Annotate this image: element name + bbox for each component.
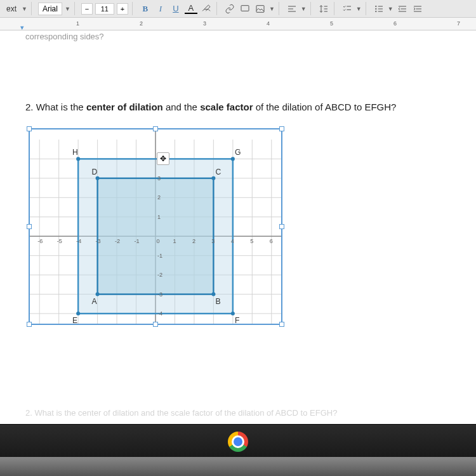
ruler-mark: 4 [267,20,270,27]
svg-text:H: H [72,148,78,157]
svg-text:2: 2 [157,194,161,201]
ruler-mark: 7 [457,20,460,27]
chevron-down-icon[interactable]: ▼ [301,6,307,12]
selection-handle[interactable] [279,126,284,131]
chrome-icon[interactable] [228,432,248,452]
svg-text:-6: -6 [37,238,43,244]
svg-text:-1: -1 [157,253,162,259]
ruler-mark: 3 [203,20,206,27]
graph-image[interactable]: H G D C A B E F -6-5-4-3-2-10123456 4321… [29,128,282,325]
selection-handle[interactable] [153,126,158,131]
selection-handle[interactable] [153,322,158,327]
bold-button[interactable]: B [139,3,152,15]
svg-text:A: A [91,297,97,306]
chevron-down-icon[interactable]: ▼ [65,6,70,12]
coordinate-grid: H G D C A B E F -6-5-4-3-2-10123456 4321… [30,129,281,324]
svg-point-36 [211,293,215,296]
font-select[interactable]: Arial [38,3,62,15]
selection-handle[interactable] [27,126,32,131]
italic-button[interactable]: I [154,3,167,15]
svg-text:0: 0 [157,238,160,244]
svg-point-4 [375,11,376,11]
svg-text:-2: -2 [115,238,120,244]
font-name: Arial [43,4,58,13]
font-size-input[interactable]: 11 [95,3,114,15]
underline-button[interactable]: U [169,3,182,15]
chevron-down-icon[interactable]: ▼ [269,6,275,12]
svg-point-34 [211,176,215,180]
ruler-mark: 2 [140,20,143,27]
chevron-down-icon[interactable]: ▼ [356,6,362,12]
document-content[interactable]: corresponding sides? 2. What is the cent… [0,30,476,424]
bullet-list-icon[interactable] [373,3,385,15]
svg-point-31 [76,312,80,315]
svg-text:-5: -5 [57,238,62,244]
comment-icon[interactable] [239,3,251,15]
svg-text:-3: -3 [157,291,162,298]
svg-point-33 [96,176,100,180]
ruler-mark: 1 [76,20,79,27]
image-icon[interactable] [254,3,267,15]
chevron-down-icon[interactable]: ▼ [388,6,393,12]
selection-handle[interactable] [279,322,284,327]
link-icon[interactable] [223,3,236,15]
svg-text:-4: -4 [76,238,81,244]
svg-point-2 [375,6,376,6]
svg-text:1: 1 [157,214,161,220]
chevron-down-icon[interactable]: ▼ [22,6,27,12]
svg-text:-3: -3 [96,238,101,244]
selection-handle[interactable] [279,224,284,229]
svg-text:6: 6 [270,238,273,244]
svg-text:-2: -2 [157,272,162,278]
svg-text:3: 3 [157,175,161,182]
svg-text:1: 1 [173,238,176,244]
taskbar [0,425,476,457]
selection-handle[interactable] [27,322,32,327]
svg-text:4: 4 [231,238,234,244]
toolbar: ext ▼ Arial ▼ − 11 + B I U A ▼ [0,0,476,18]
svg-text:5: 5 [250,238,253,244]
svg-text:C: C [215,168,221,176]
increase-font-button[interactable]: + [117,3,128,15]
laptop-bezel [0,457,476,476]
ruler: ▾ 1 2 3 4 5 6 7 [0,18,476,30]
svg-point-30 [231,157,235,161]
svg-text:-4: -4 [157,310,162,317]
highlight-button[interactable] [200,3,213,15]
move-cursor-icon: ✥ [157,152,169,165]
svg-rect-1 [256,5,264,12]
align-icon[interactable] [286,3,298,15]
svg-rect-0 [241,5,249,11]
svg-point-3 [375,8,376,9]
style-select-label[interactable]: ext [4,4,19,13]
svg-point-35 [96,293,100,296]
selection-handle[interactable] [27,224,32,229]
ruler-mark: 5 [330,20,333,27]
svg-point-29 [76,157,80,161]
svg-point-32 [231,312,235,315]
indent-increase-icon[interactable] [411,3,424,15]
svg-rect-28 [98,178,214,294]
svg-text:D: D [91,168,97,176]
question-text: 2. What is the center of dilation and th… [25,102,451,112]
svg-text:B: B [215,297,220,306]
text-color-button[interactable]: A [185,4,197,14]
svg-text:-1: -1 [134,238,139,244]
indent-decrease-icon[interactable] [396,3,409,15]
next-page-faint-text: 2. What is the center of dilation and th… [25,408,337,418]
svg-text:G: G [235,148,241,157]
svg-text:E: E [72,316,77,324]
svg-text:F: F [235,316,239,324]
partial-text: corresponding sides? [25,30,451,41]
line-spacing-icon[interactable] [317,3,330,15]
ruler-mark: 6 [393,20,397,27]
svg-text:3: 3 [211,238,215,244]
decrease-font-button[interactable]: − [81,3,93,15]
svg-text:2: 2 [192,238,195,244]
checklist-icon[interactable] [341,3,354,15]
